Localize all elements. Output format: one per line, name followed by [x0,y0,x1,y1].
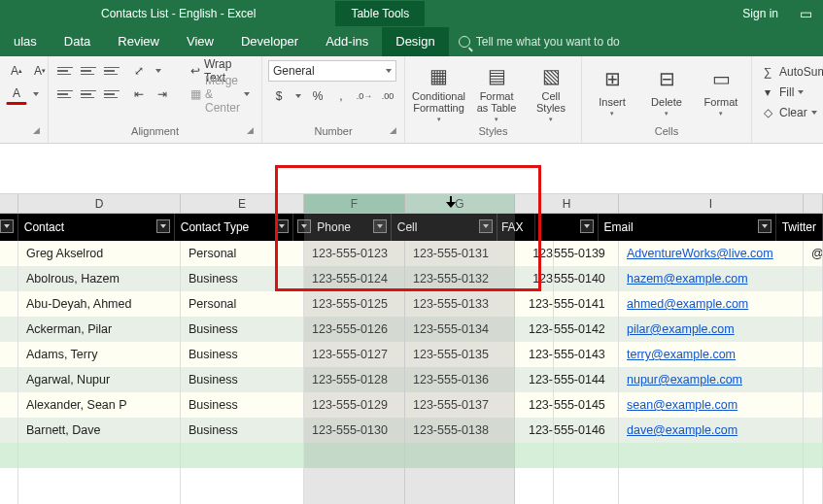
table-header-fax-left[interactable]: FAX [497,214,535,241]
table-header-twitter[interactable]: Twitter [776,214,823,241]
table-header-fax-right[interactable] [535,214,599,241]
cell-twitter[interactable] [804,342,823,367]
cell-email[interactable]: sean@example.com [619,392,804,418]
cell-contact[interactable]: Alexander, Sean P [18,392,181,418]
cell-faxL[interactable]: 123 [515,241,554,266]
align-left-button[interactable] [54,84,76,105]
cell-contact[interactable]: Barnett, Dave [18,418,181,443]
table-header-lead[interactable] [0,214,18,241]
conditional-formatting-button[interactable]: ▦ Conditional Formatting ▾ [411,60,466,124]
table-header-contact[interactable]: Contact [18,214,175,241]
cell-faxR[interactable]: 555-0140 [554,266,619,291]
cell-twitter[interactable] [804,418,823,443]
cell-faxR[interactable]: 555-0143 [554,342,619,367]
cell-faxR[interactable]: 555-0139 [554,241,619,266]
cell-faxR[interactable]: 555-0145 [554,392,619,418]
col-header-G[interactable]: G [405,194,515,213]
cell-type[interactable]: Business [181,392,304,418]
contextual-tab-table-tools[interactable]: Table Tools [335,1,425,26]
format-cells-button[interactable]: ▭ Format ▾ [697,60,745,124]
font-color-dropdown[interactable] [29,84,43,105]
cell-twitter[interactable] [804,266,823,291]
cell-lead[interactable] [0,342,18,367]
percent-button[interactable]: % [307,85,328,107]
cell-faxR[interactable]: 555-0146 [554,418,619,443]
filter-icon[interactable] [0,219,14,233]
cell-email[interactable]: pilar@example.com [619,317,804,342]
table-row[interactable]: Agarwal, NupurBusiness123-555-0128123-55… [0,367,823,392]
cell-contact[interactable]: Agarwal, Nupur [18,367,181,392]
fill-button[interactable]: ▾Fill [758,83,804,102]
filter-icon[interactable] [580,219,594,233]
worksheet-grid[interactable]: D E F G H I Contact Contact Type Phone C… [0,194,823,504]
merge-center-button[interactable]: ▦ Merge & Center [185,84,256,105]
cell-type[interactable]: Business [181,342,304,367]
table-row[interactable]: Ackerman, PilarBusiness123-555-0126123-5… [0,317,823,342]
align-center-button[interactable] [78,84,99,105]
cell-email[interactable]: dave@example.com [619,418,804,443]
cell-lead[interactable] [0,241,18,266]
table-header-type[interactable]: Contact Type [175,214,294,241]
row-header-gutter[interactable] [0,194,18,213]
cell-faxR[interactable]: 555-0141 [554,291,619,317]
cell-type[interactable]: Business [181,418,304,443]
cell-email[interactable]: ahmed@example.com [619,291,804,317]
cell-phone[interactable]: 123-555-0123 [304,241,405,266]
cell-twitter[interactable]: @Adve [804,241,823,266]
accounting-format-button[interactable]: $ [268,85,290,107]
cell-phone[interactable]: 123-555-0125 [304,291,405,317]
clear-button[interactable]: ◇Clear [758,103,817,122]
cell-faxL[interactable]: 123- [515,291,554,317]
table-row[interactable]: Alexander, Sean PBusiness123-555-0129123… [0,392,823,418]
col-header-F[interactable]: F [304,194,405,213]
cell-type[interactable]: Personal [181,291,304,317]
cell-lead[interactable] [0,418,18,443]
decrease-font-button[interactable]: A▾ [29,60,51,82]
cell-faxR[interactable]: 555-0144 [554,367,619,392]
ribbon-display-options-icon[interactable]: ▭ [788,6,823,21]
increase-font-button[interactable]: A▴ [6,60,27,82]
comma-style-button[interactable]: , [330,85,352,107]
cell-cell[interactable]: 123-555-0137 [405,392,515,418]
align-top-button[interactable] [54,60,76,82]
number-format-dropdown[interactable]: General [268,60,396,82]
tab-view[interactable]: View [173,27,227,56]
cell-phone[interactable]: 123-555-0130 [304,418,405,443]
align-bottom-button[interactable] [101,60,122,82]
tab-design[interactable]: Design [382,27,448,56]
cell-styles-button[interactable]: ▧ Cell Styles ▾ [527,60,575,124]
filter-icon[interactable] [297,219,311,233]
table-body[interactable]: Greg AkselrodPersonal123-555-0123123-555… [0,241,823,443]
table-row[interactable]: Barnett, DaveBusiness123-555-0130123-555… [0,418,823,443]
filter-icon[interactable] [758,219,772,233]
sign-in-link[interactable]: Sign in [733,7,788,20]
cell-phone[interactable]: 123-555-0127 [304,342,405,367]
col-header-E[interactable]: E [181,194,304,213]
cell-lead[interactable] [0,392,18,418]
cell-twitter[interactable] [804,291,823,317]
cell-email[interactable]: terry@example.com [619,342,804,367]
cell-type[interactable]: Business [181,317,304,342]
cell-cell[interactable]: 123-555-0132 [405,266,515,291]
cell-contact[interactable]: Adams, Terry [18,342,181,367]
cell-email[interactable]: nupur@example.com [619,367,804,392]
cell-faxR[interactable]: 555-0142 [554,317,619,342]
col-header-H[interactable]: H [515,194,619,213]
cell-twitter[interactable] [804,392,823,418]
cell-phone[interactable]: 123-555-0124 [304,266,405,291]
cell-lead[interactable] [0,266,18,291]
align-right-button[interactable] [101,84,122,105]
cell-twitter[interactable] [804,367,823,392]
table-header-cell[interactable]: Cell [392,214,497,241]
cell-contact[interactable]: Abolrous, Hazem [18,266,181,291]
cell-phone[interactable]: 123-555-0126 [304,317,405,342]
cell-faxL[interactable]: 123- [515,418,554,443]
table-row[interactable]: Abolrous, HazemBusiness123-555-0124123-5… [0,266,823,291]
cell-lead[interactable] [0,291,18,317]
filter-icon[interactable] [373,219,387,233]
cell-cell[interactable]: 123-555-0136 [405,367,515,392]
col-header-J[interactable] [804,194,823,213]
cell-email[interactable]: hazem@example.com [619,266,804,291]
orientation-button[interactable]: ⤢ [128,60,150,82]
cell-phone[interactable]: 123-555-0129 [304,392,405,418]
